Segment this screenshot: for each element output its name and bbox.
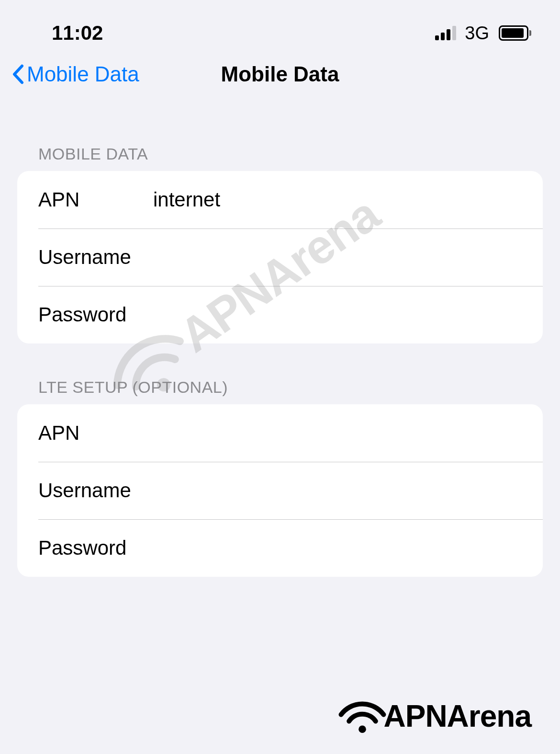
password-label: Password	[38, 303, 153, 326]
network-type: 3G	[465, 23, 489, 44]
section-header-lte: LTE SETUP (OPTIONAL)	[17, 343, 543, 404]
navigation-bar: Mobile Data Mobile Data	[0, 48, 560, 101]
row-password[interactable]: Password	[17, 286, 543, 343]
back-label: Mobile Data	[27, 62, 139, 86]
lte-password-label: Password	[38, 537, 153, 560]
watermark-bottom-text: APNArena	[383, 698, 531, 734]
row-lte-apn[interactable]: APN	[17, 404, 543, 462]
username-label: Username	[38, 246, 153, 269]
signal-strength-icon	[435, 26, 456, 40]
status-indicators: 3G	[435, 23, 531, 44]
status-bar: 11:02 3G	[0, 0, 560, 48]
lte-apn-input[interactable]	[153, 422, 522, 445]
password-input[interactable]	[153, 303, 522, 326]
apn-label: APN	[38, 188, 153, 211]
wifi-icon	[338, 698, 386, 734]
username-input[interactable]	[153, 246, 522, 269]
row-apn[interactable]: APN	[17, 171, 543, 228]
watermark-bottom: APNArena	[338, 698, 531, 734]
group-lte: APN Username Password	[17, 404, 543, 577]
svg-point-1	[359, 726, 367, 733]
battery-icon	[499, 25, 531, 41]
back-button[interactable]: Mobile Data	[11, 62, 139, 86]
apn-input[interactable]	[153, 188, 522, 211]
status-time: 11:02	[52, 22, 103, 45]
chevron-left-icon	[11, 63, 25, 86]
lte-username-label: Username	[38, 479, 153, 502]
row-username[interactable]: Username	[17, 228, 543, 286]
lte-apn-label: APN	[38, 422, 153, 445]
row-lte-username[interactable]: Username	[17, 462, 543, 519]
row-lte-password[interactable]: Password	[17, 519, 543, 577]
group-mobile-data: APN Username Password	[17, 171, 543, 343]
lte-username-input[interactable]	[153, 479, 522, 502]
lte-password-input[interactable]	[153, 537, 522, 560]
page-title: Mobile Data	[221, 62, 339, 86]
section-header-mobile-data: MOBILE DATA	[17, 101, 543, 171]
